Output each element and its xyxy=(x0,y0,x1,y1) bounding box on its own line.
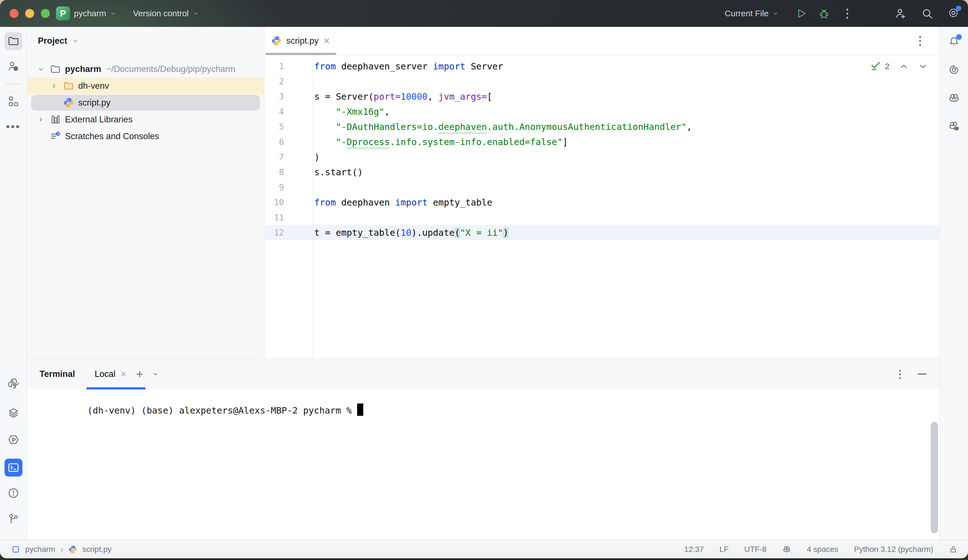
code-line[interactable]: 12t = empty_table(10).update("X = ii") xyxy=(264,225,940,240)
terminal-header: Terminal Local ✕ + ⋮ xyxy=(27,359,940,389)
line-number: 4 xyxy=(264,104,284,119)
status-file-name[interactable]: script.py xyxy=(82,545,111,554)
tree-item-path: ~/Documents/Debug/pip/pycharm xyxy=(106,64,235,74)
junie-tool-button[interactable] xyxy=(945,89,963,107)
code-lines: 1from deephaven_server import Server23s … xyxy=(264,59,940,240)
indent-widget[interactable]: 4 spaces xyxy=(807,545,838,554)
editor-tab-script-py[interactable]: script.py ✕ xyxy=(264,27,338,55)
vcs-menu-button[interactable]: Version control xyxy=(133,9,199,18)
user-question-icon: ? xyxy=(7,60,20,73)
version-control-tool-button[interactable] xyxy=(5,510,22,528)
help-person-tool-button[interactable]: ? xyxy=(5,57,22,75)
run-configuration-selector[interactable]: Current File xyxy=(724,9,779,18)
tree-item-label: script.py xyxy=(78,98,110,108)
code-line[interactable]: 5 "-DAuthHandlers=io.deephaven.auth.Anon… xyxy=(264,119,940,134)
code-line[interactable]: 9 xyxy=(264,180,940,195)
project-menu-button[interactable]: pycharm xyxy=(74,9,117,18)
code-text: t = empty_table(10).update("X = ii") xyxy=(314,225,509,240)
notifications-tool-button[interactable] xyxy=(945,33,963,51)
zoom-window-button[interactable] xyxy=(41,9,50,18)
caret-position-widget[interactable]: 12:37 xyxy=(684,545,704,554)
previous-problem-icon[interactable] xyxy=(899,61,908,71)
line-ending-widget[interactable]: LF xyxy=(719,545,729,554)
next-problem-icon[interactable] xyxy=(918,61,928,71)
line-number: 8 xyxy=(264,165,284,180)
tree-item-scratches[interactable]: Scratches and Consoles xyxy=(27,128,264,145)
terminal-scrollbar[interactable] xyxy=(931,422,938,533)
code-text: from deephaven_server import Server xyxy=(314,59,503,74)
code-line[interactable]: 2 xyxy=(264,74,940,89)
code-line[interactable]: 4 "-Xmx16g", xyxy=(264,104,940,119)
terminal-prompt: (dh-venv) (base) alexpeters@Alexs-MBP-2 … xyxy=(88,405,357,416)
code-line[interactable]: 1from deephaven_server import Server xyxy=(264,59,940,74)
python-console-tool-button[interactable] xyxy=(5,374,22,393)
editor-options-icon[interactable]: ⋮ xyxy=(914,35,926,47)
code-line[interactable]: 8s.start() xyxy=(264,165,940,180)
terminal-title[interactable]: Terminal xyxy=(40,369,75,379)
more-actions-icon[interactable]: ⋮ xyxy=(841,7,853,20)
tree-item-external-libraries[interactable]: External Libraries xyxy=(27,111,264,128)
terminal-panel: Terminal Local ✕ + ⋮ (dh-venv) (base) al… xyxy=(27,358,940,540)
code-text: "-DAuthHandlers=io.deephaven.auth.Anonym… xyxy=(314,119,692,134)
chevron-down-icon xyxy=(72,37,79,45)
ai-assistant-tool-button[interactable] xyxy=(945,61,963,79)
close-terminal-tab-icon[interactable]: ✕ xyxy=(121,370,127,379)
editor-area: script.py ✕ ⋮ 1from deephaven_server imp… xyxy=(264,27,940,358)
terminal-tab-local[interactable]: Local ✕ xyxy=(93,359,128,389)
debug-icon[interactable] xyxy=(818,7,830,20)
minimize-window-button[interactable] xyxy=(25,9,34,18)
interpreter-widget[interactable]: Python 3.12 (pycharm) xyxy=(854,545,933,554)
python-file-icon xyxy=(63,97,74,108)
terminal-tabs-dropdown-icon[interactable] xyxy=(152,370,159,378)
python-file-icon xyxy=(68,545,77,554)
add-user-icon[interactable] xyxy=(894,7,907,20)
code-text: s = Server(port=10000, jvm_args=[ xyxy=(314,89,492,104)
left-tool-strip: ? ••• xyxy=(0,27,27,540)
line-number: 5 xyxy=(264,119,284,134)
problems-tool-button[interactable] xyxy=(5,484,22,502)
code-line[interactable]: 10from deephaven import empty_table xyxy=(264,195,940,210)
ai-status-icon[interactable] xyxy=(782,545,791,554)
chevron-right-icon[interactable] xyxy=(50,82,58,90)
search-icon[interactable] xyxy=(921,7,933,20)
code-line[interactable]: 7) xyxy=(264,149,940,165)
ellipsis-icon: ••• xyxy=(6,121,21,133)
run-icon[interactable] xyxy=(795,7,807,20)
layers-icon xyxy=(7,407,20,419)
python-packages-tool-button[interactable] xyxy=(5,404,22,422)
unlocked-icon[interactable] xyxy=(949,545,958,554)
tree-item-pycharm[interactable]: pycharm ~/Documents/Debug/pip/pycharm xyxy=(27,61,264,78)
status-project-name[interactable]: pycharm xyxy=(25,545,55,554)
close-window-button[interactable] xyxy=(10,9,18,18)
code-line[interactable]: 6 "-Dprocess.info.system-info.enabled=fa… xyxy=(264,134,940,149)
code-editor[interactable]: 1from deephaven_server import Server23s … xyxy=(264,55,940,358)
vcs-menu-label: Version control xyxy=(133,9,189,18)
structure-tool-button[interactable] xyxy=(5,93,22,110)
terminal-options-icon[interactable]: ⋮ xyxy=(895,368,905,380)
tree-item-label: pycharm xyxy=(65,64,101,74)
new-terminal-tab-icon[interactable]: + xyxy=(136,368,143,380)
project-panel-header[interactable]: Project xyxy=(38,36,79,46)
folder-icon xyxy=(50,63,61,75)
python-console-icon xyxy=(7,378,20,390)
tree-item-script-py[interactable]: script.py xyxy=(27,94,264,111)
tree-item-dh-venv[interactable]: dh-venv xyxy=(27,78,264,94)
encoding-widget[interactable]: UTF-8 xyxy=(744,545,766,554)
code-line[interactable]: 11 xyxy=(264,210,940,225)
terminal-tool-button[interactable] xyxy=(5,459,22,477)
project-panel-title: Project xyxy=(38,36,67,46)
junie-chat-tool-button[interactable] xyxy=(945,117,963,135)
inspection-widget[interactable]: 2 xyxy=(869,60,928,73)
chevron-down-icon xyxy=(109,10,117,17)
chevron-down-icon[interactable] xyxy=(37,65,45,73)
external-libraries-icon xyxy=(50,114,61,125)
project-tool-button[interactable] xyxy=(5,32,22,50)
hide-terminal-icon[interactable] xyxy=(918,373,927,374)
chevron-right-icon[interactable] xyxy=(37,116,45,123)
scratches-icon xyxy=(50,131,61,142)
services-tool-button[interactable] xyxy=(5,431,22,449)
close-tab-icon[interactable]: ✕ xyxy=(323,36,330,46)
terminal-output[interactable]: (dh-venv) (base) alexpeters@Alexs-MBP-2 … xyxy=(27,389,940,540)
more-tool-windows-button[interactable]: ••• xyxy=(5,118,22,136)
code-line[interactable]: 3s = Server(port=10000, jvm_args=[ xyxy=(264,89,940,104)
